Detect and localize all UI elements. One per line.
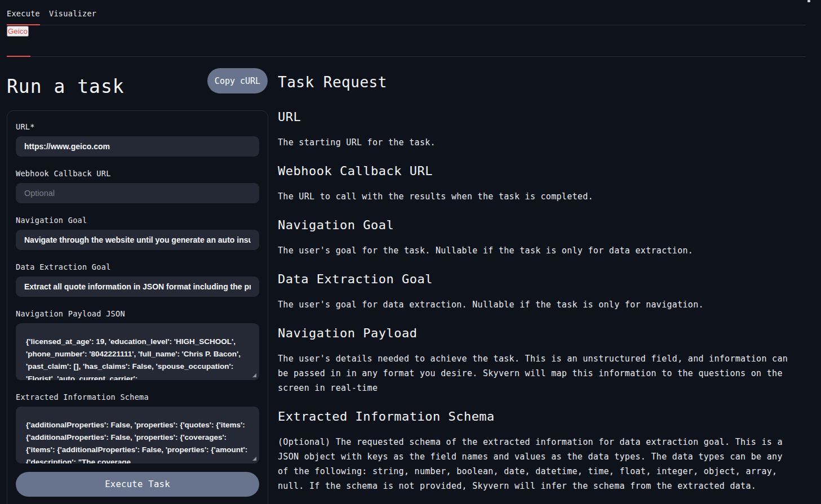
doc-heading-data-extraction-goal: Data Extraction Goal — [278, 272, 807, 286]
doc-body-schema: (Optional) The requested schema of the e… — [278, 435, 807, 493]
navigation-goal-field-group: Navigation Goal — [16, 216, 259, 250]
url-field-group: URL* — [16, 122, 259, 157]
webhook-field-group: Webhook Callback URL — [16, 169, 259, 203]
webhook-label: Webhook Callback URL — [16, 169, 259, 178]
doc-body-navigation-goal: The user's goal for the task. Nullable i… — [278, 243, 807, 258]
doc-body-webhook: The URL to call with the results when th… — [278, 189, 807, 204]
doc-heading-navigation-goal: Navigation Goal — [278, 218, 807, 232]
doc-heading-webhook: Webhook Callback URL — [278, 164, 807, 178]
url-label: URL* — [16, 122, 259, 131]
tab-execute[interactable]: Execute — [7, 9, 40, 18]
webhook-input[interactable] — [16, 183, 259, 203]
url-input[interactable] — [16, 136, 259, 157]
tab-geico[interactable]: Geico — [7, 26, 29, 37]
data-extraction-goal-input[interactable] — [16, 276, 259, 297]
doc-heading-schema: Extracted Information Schema — [278, 409, 807, 423]
data-extraction-goal-field-group: Data Extraction Goal — [16, 262, 259, 297]
schema-textarea[interactable]: {'additionalProperties': False, 'propert… — [16, 407, 259, 463]
active-subtab-underline — [7, 56, 30, 57]
run-task-form-card: URL* Webhook Callback URL Navigation Goa… — [7, 110, 268, 504]
copy-curl-button[interactable]: Copy cURL — [207, 68, 268, 93]
data-extraction-goal-label: Data Extraction Goal — [16, 262, 259, 271]
task-tabbar: Geico — [7, 25, 806, 57]
page-title: Run a task — [7, 75, 125, 97]
schema-field-group: Extracted Information Schema {'additiona… — [16, 393, 259, 463]
schema-label: Extracted Information Schema — [16, 393, 259, 402]
execute-task-button[interactable]: Execute Task — [16, 472, 259, 497]
navigation-goal-label: Navigation Goal — [16, 216, 259, 225]
resize-grip-icon[interactable] — [252, 457, 256, 461]
task-request-docs: Task Request URL The starting URL for th… — [278, 74, 807, 504]
doc-body-navigation-payload: The user's details needed to achieve the… — [278, 351, 807, 395]
navigation-payload-field-group: Navigation Payload JSON {'licensed_at_ag… — [16, 309, 259, 380]
docs-title: Task Request — [278, 74, 807, 91]
doc-heading-navigation-payload: Navigation Payload — [278, 326, 807, 340]
navigation-payload-textarea[interactable]: {'licensed_at_age': 19, 'education_level… — [16, 323, 259, 380]
navigation-goal-input[interactable] — [16, 230, 259, 250]
scrollbar-thumb[interactable] — [807, 0, 810, 2]
doc-heading-url: URL — [278, 110, 807, 124]
doc-body-data-extraction-goal: The user's goal for data extraction. Nul… — [278, 297, 807, 312]
tab-visualizer[interactable]: Visualizer — [49, 9, 96, 18]
main-tabbar: Execute Visualizer — [7, 0, 806, 25]
doc-body-url: The starting URL for the task. — [278, 135, 807, 150]
navigation-payload-label: Navigation Payload JSON — [16, 309, 259, 318]
resize-grip-icon[interactable] — [252, 373, 256, 377]
